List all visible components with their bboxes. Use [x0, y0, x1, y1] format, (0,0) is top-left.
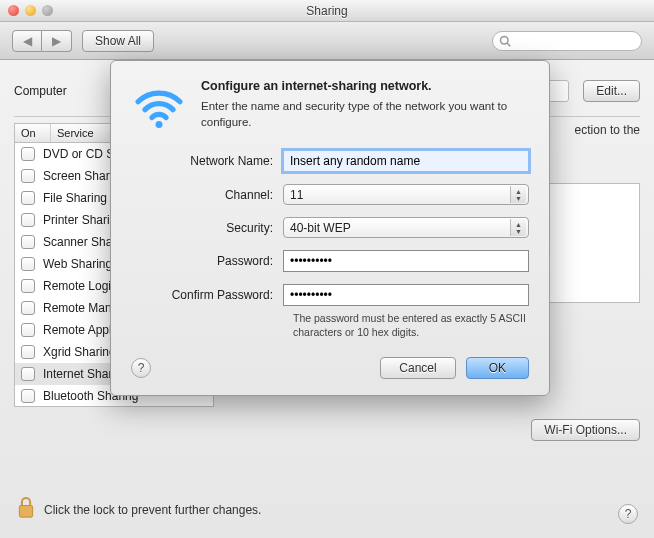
wifi-options-button[interactable]: Wi-Fi Options... — [531, 419, 640, 441]
checkbox[interactable] — [21, 235, 35, 249]
checkbox[interactable] — [21, 301, 35, 315]
label-channel: Channel: — [131, 188, 283, 202]
lock-text: Click the lock to prevent further change… — [44, 503, 261, 517]
checkbox[interactable] — [21, 213, 35, 227]
chevron-updown-icon: ▲▼ — [510, 219, 526, 236]
back-button[interactable]: ◀ — [12, 30, 42, 52]
password-hint: The password must be entered as exactly … — [293, 312, 529, 339]
label-confirm: Confirm Password: — [131, 288, 283, 302]
checkbox[interactable] — [21, 323, 35, 337]
right-text: ection to the — [575, 123, 640, 137]
network-name-input[interactable] — [283, 150, 529, 172]
chevron-updown-icon: ▲▼ — [510, 186, 526, 203]
checkbox[interactable] — [21, 191, 35, 205]
toolbar: ◀ ▶ Show All — [0, 22, 654, 60]
checkbox[interactable] — [21, 279, 35, 293]
sheet-subtitle: Enter the name and security type of the … — [201, 99, 529, 130]
confirm-password-input[interactable] — [283, 284, 529, 306]
wifi-icon — [131, 79, 187, 138]
svg-line-1 — [507, 43, 510, 46]
channel-select[interactable]: 11▲▼ — [283, 184, 529, 205]
label-password: Password: — [131, 254, 283, 268]
checkbox[interactable] — [21, 257, 35, 271]
checkbox[interactable] — [21, 147, 35, 161]
edit-button[interactable]: Edit... — [583, 80, 640, 102]
sheet-help-button[interactable]: ? — [131, 358, 151, 378]
label-network-name: Network Name: — [131, 154, 283, 168]
col-on[interactable]: On — [15, 124, 51, 142]
svg-rect-2 — [19, 506, 32, 518]
help-button[interactable]: ? — [618, 504, 638, 524]
checkbox[interactable] — [21, 345, 35, 359]
svg-point-3 — [156, 121, 163, 128]
search-input[interactable] — [492, 31, 642, 51]
checkbox[interactable] — [21, 367, 35, 381]
computer-name-label: Computer — [14, 84, 67, 98]
configure-sheet: Configure an internet-sharing network. E… — [110, 60, 550, 396]
svg-point-0 — [501, 36, 509, 44]
sheet-title: Configure an internet-sharing network. — [201, 79, 529, 93]
ok-button[interactable]: OK — [466, 357, 529, 379]
window-title: Sharing — [0, 4, 654, 18]
forward-button[interactable]: ▶ — [42, 30, 72, 52]
label-security: Security: — [131, 221, 283, 235]
checkbox[interactable] — [21, 389, 35, 403]
search-icon — [499, 35, 511, 47]
password-input[interactable] — [283, 250, 529, 272]
cancel-button[interactable]: Cancel — [380, 357, 455, 379]
lock-icon[interactable] — [16, 495, 36, 524]
titlebar: Sharing — [0, 0, 654, 22]
show-all-button[interactable]: Show All — [82, 30, 154, 52]
security-select[interactable]: 40-bit WEP▲▼ — [283, 217, 529, 238]
checkbox[interactable] — [21, 169, 35, 183]
